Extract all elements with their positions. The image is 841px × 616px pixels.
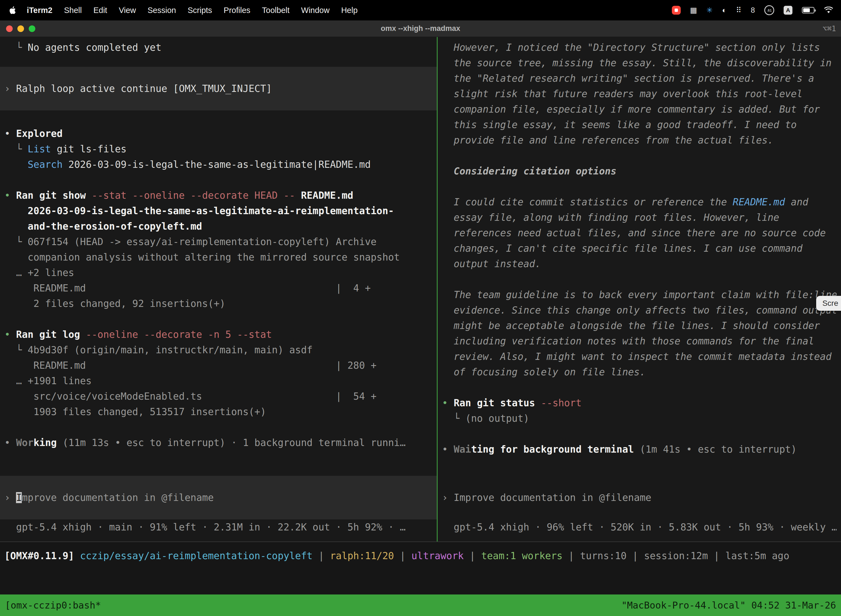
left-terminal-pane[interactable]: └ No agents completed yet› Ralph loop ac…: [0, 37, 437, 541]
traffic-lights: [6, 21, 35, 37]
terminal-line: [442, 380, 837, 395]
wifi-icon[interactable]: [824, 7, 833, 14]
terminal-line: … +1901 lines: [4, 373, 432, 389]
menu-item-edit[interactable]: Edit: [88, 6, 113, 15]
loop-icon[interactable]: 8: [751, 6, 755, 15]
right-prompt-input[interactable]: › Improve documentation in @filename: [438, 476, 841, 519]
terminal-window: └ No agents completed yet› Ralph loop ac…: [0, 37, 841, 541]
macos-menu-bar: iTerm2 Shell Edit View Session Scripts P…: [0, 0, 841, 21]
terminal-line: [4, 419, 432, 435]
tmux-host-clock-label: "MacBook-Pro-44.local" 04:52 31-Mar-26: [621, 600, 836, 611]
window-title: omx --xhigh --madmax: [381, 24, 460, 33]
terminal-line: evidence. Since this change only affects…: [442, 302, 837, 318]
menu-bar-status-icons: ▦ ✳ ◐ ⠿ 8 .61 A: [672, 5, 833, 15]
terminal-line: 2026-03-09-is-legal-the-same-as-legitima…: [4, 203, 432, 219]
terminal-line: and-the-erosion-of-copyleft.md: [4, 219, 432, 234]
menu-item-profiles[interactable]: Profiles: [218, 6, 256, 15]
terminal-line: essay file, along with finding root file…: [442, 210, 837, 225]
menu-item-session[interactable]: Session: [142, 6, 182, 15]
screen-sharing-pill[interactable]: Scre: [816, 296, 841, 311]
terminal-line: output instead.: [442, 256, 837, 271]
terminal-line: 2 files changed, 92 insertions(+): [4, 296, 432, 311]
zoom-button[interactable]: [29, 25, 35, 32]
menu-item-view[interactable]: View: [113, 6, 142, 15]
terminal-line: references need actual files, and since …: [442, 225, 837, 241]
left-pane-scrollback: └ No agents completed yet› Ralph loop ac…: [4, 37, 432, 450]
close-button[interactable]: [6, 25, 13, 32]
terminal-line: • Waiting for background terminal (1m 41…: [442, 441, 837, 457]
terminal-line: Considering citation options: [442, 163, 837, 179]
terminal-line: • Ran git log --oneline --decorate -n 5 …: [4, 327, 432, 342]
keypad-icon[interactable]: ⠿: [736, 6, 741, 15]
battery-icon[interactable]: [802, 7, 815, 13]
terminal-line: this single essay, it seems like a good …: [442, 117, 837, 132]
terminal-line: review. Also, I might want to inspect th…: [442, 349, 837, 364]
menu-item-help[interactable]: Help: [335, 6, 363, 15]
inject-banner: › Ralph loop active continue [OMX_TMUX_I…: [0, 67, 437, 110]
terminal-line: … +2 lines: [4, 265, 432, 280]
terminal-line: provide file and line references from th…: [442, 132, 837, 148]
window-title-bar: omx --xhigh --madmax ⌥⌘1: [0, 21, 841, 37]
terminal-line: src/voice/voiceModeEnabled.ts | 54 +: [4, 389, 432, 404]
omx-status-line: [OMX#0.11.9] cczip/essay/ai-reimplementa…: [4, 548, 837, 563]
terminal-line: [442, 148, 837, 163]
blue-app-icon[interactable]: ✳: [706, 6, 713, 15]
terminal-line: • Explored: [4, 126, 432, 141]
omx-status-bar: [OMX#0.11.9] cczip/essay/ai-reimplementa…: [0, 541, 841, 594]
terminal-line: companion file, especially if more comme…: [442, 101, 837, 117]
terminal-line: [442, 179, 837, 194]
terminal-line: slight risk that future readers may over…: [442, 86, 837, 101]
terminal-line: └ 4b9d30f (origin/main, instructkr/main,…: [4, 342, 432, 358]
terminal-line: of focusing solely on file lines.: [442, 364, 837, 380]
terminal-line: might be acceptable alongside the file l…: [442, 318, 837, 333]
left-prompt-input[interactable]: › Improve documentation in @filename: [0, 476, 437, 519]
terminal-line: └ (no output): [442, 411, 837, 426]
window-shortcut-badge: ⌥⌘1: [822, 24, 836, 33]
terminal-line: └ No agents completed yet: [4, 40, 432, 55]
menu-item-toolbelt[interactable]: Toolbelt: [256, 6, 295, 15]
terminal-line: [442, 271, 837, 287]
terminal-line: I could cite commit statistics or refere…: [442, 194, 837, 210]
input-source-icon[interactable]: A: [784, 6, 793, 15]
terminal-line: 1903 files changed, 513517 insertions(+): [4, 404, 432, 419]
terminal-line: the source tree, missing the essay. Stil…: [442, 55, 837, 70]
right-model-status-line: gpt-5.4 xhigh · 96% left · 520K in · 5.8…: [442, 519, 837, 535]
bento-grid-icon[interactable]: ▦: [690, 6, 697, 15]
terminal-line: • Ran git status --short: [442, 395, 837, 411]
terminal-line: companion analysis without altering the …: [4, 249, 432, 265]
terminal-line: including verification notes with those …: [442, 333, 837, 349]
terminal-line: [4, 311, 432, 327]
terminal-line: └ List git ls-files: [4, 141, 432, 157]
terminal-line: • Working (11m 13s • esc to interrupt) ·…: [4, 435, 432, 450]
terminal-line: However, I noticed the "Directory Struct…: [442, 40, 837, 55]
terminal-line: [4, 172, 432, 188]
left-model-status-line: gpt-5.4 xhigh · main · 91% left · 2.31M …: [4, 519, 432, 535]
right-terminal-pane[interactable]: However, I noticed the "Directory Struct…: [438, 37, 841, 541]
minimize-button[interactable]: [18, 25, 24, 32]
terminal-line: The team guideline is to back every impo…: [442, 287, 837, 302]
terminal-line: └ 067f154 (HEAD -> essay/ai-reimplementa…: [4, 234, 432, 249]
gauge-icon[interactable]: .61: [764, 5, 774, 15]
tmux-status-bar: [omx-cczip0:bash* "MacBook-Pro-44.local"…: [0, 594, 841, 616]
right-pane-scrollback: However, I noticed the "Directory Struct…: [442, 37, 837, 457]
screen-recording-indicator-icon[interactable]: [672, 6, 681, 15]
terminal-line: the "Related research writing" section i…: [442, 70, 837, 86]
tmux-session-label[interactable]: [omx-cczip0:bash*: [5, 600, 101, 611]
menu-item-shell[interactable]: Shell: [58, 6, 88, 15]
terminal-line: • Ran git show --stat --oneline --decora…: [4, 188, 432, 203]
apple-menu[interactable]: [8, 6, 17, 14]
terminal-line: changes, I can't cite specific file line…: [442, 241, 837, 256]
shield-icon[interactable]: ◐: [722, 6, 727, 15]
menu-item-iterm2[interactable]: iTerm2: [21, 6, 58, 15]
terminal-line: Search 2026-03-09-is-legal-the-same-as-l…: [4, 157, 432, 172]
terminal-line: README.md | 280 +: [4, 358, 432, 373]
terminal-line: [442, 426, 837, 441]
menu-item-window[interactable]: Window: [295, 6, 335, 15]
menu-item-scripts[interactable]: Scripts: [182, 6, 218, 15]
terminal-line: [4, 110, 432, 126]
terminal-line: README.md | 4 +: [4, 280, 432, 296]
